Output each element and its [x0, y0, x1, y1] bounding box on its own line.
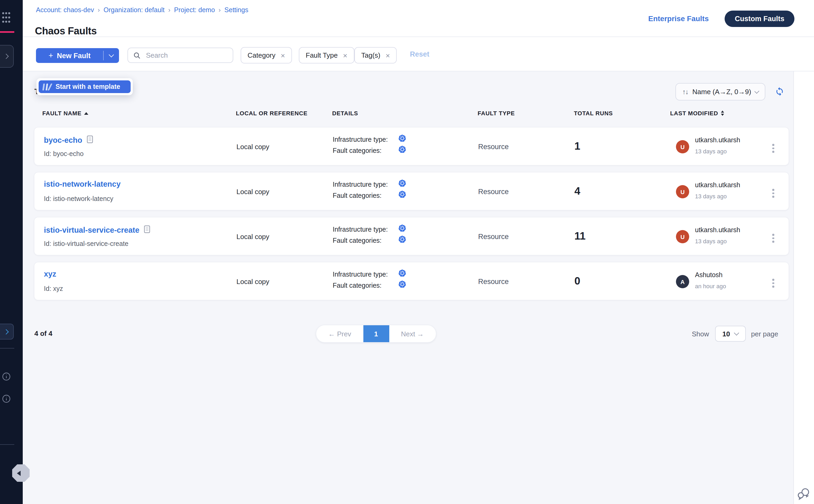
new-fault-button[interactable]: + New Fault [36, 48, 103, 63]
sort-both-icon [721, 111, 724, 116]
fault-id: Id: byoc-echo [44, 150, 84, 158]
copy-icon[interactable] [86, 135, 93, 145]
total-runs: 0 [574, 275, 580, 287]
modified-by: utkarsh.utkarsh [695, 136, 740, 144]
sidebar-expand-button[interactable] [0, 324, 14, 340]
fault-type: Resource [478, 278, 509, 286]
filter-chip-fault-type[interactable]: Fault Type × [299, 47, 354, 63]
fault-name-link[interactable]: xyz [44, 270, 56, 278]
app-grid-icon[interactable] [2, 11, 11, 24]
sidebar-module-expand-tile[interactable] [0, 45, 14, 68]
sidebar-divider [0, 348, 14, 349]
prev-page-button[interactable]: ← Prev [316, 325, 363, 342]
next-page-button[interactable]: Next → [389, 325, 436, 342]
info-icon[interactable] [2, 395, 11, 403]
local-or-reference: Local copy [236, 233, 269, 241]
breadcrumb-separator: › [168, 6, 170, 14]
fault-rows: byoc-echo Id: byoc-echo Local copy Infra… [34, 127, 789, 307]
kubernetes-icon [398, 145, 406, 155]
fault-name-link[interactable]: byoc-echo [44, 136, 82, 144]
fault-row: istio-virtual-service-create Id: istio-v… [34, 217, 789, 255]
breadcrumb-account-link[interactable]: Account: chaos-dev [36, 6, 94, 14]
current-page-button[interactable]: 1 [363, 325, 389, 342]
total-runs: 11 [574, 230, 586, 242]
sidebar-divider [0, 444, 14, 445]
refresh-icon [775, 87, 784, 96]
faults-list-area: Total: 4 ↑↓ Name (A→Z, 0→9) FAULT NAME L… [23, 71, 793, 504]
row-menu-button[interactable] [770, 278, 776, 288]
kubernetes-icon [398, 190, 406, 200]
page-size-select[interactable]: 10 [715, 326, 746, 342]
fault-details: Infrastructure type: [333, 269, 406, 291]
remove-filter-icon[interactable]: × [386, 52, 390, 59]
avatar: U [676, 140, 689, 153]
start-with-template-menu-item[interactable]: Start with a template [39, 80, 131, 93]
filter-chip-tags[interactable]: Tag(s) × [354, 47, 397, 63]
detail-infrastructure-label: Infrastructure type: [333, 271, 398, 278]
chevron-right-icon [3, 54, 9, 59]
modified-by: utkarsh.utkarsh [695, 181, 740, 189]
breadcrumb-separator: › [98, 6, 100, 14]
right-gutter [793, 71, 814, 504]
pagination-control: ← Prev 1 Next → [316, 325, 436, 343]
local-or-reference: Local copy [236, 143, 269, 151]
fault-row: xyz Id: xyz Local copy Infrastructure ty… [34, 262, 789, 300]
new-fault-dropdown-toggle[interactable] [104, 48, 119, 63]
avatar: U [676, 230, 689, 243]
show-label: Show [692, 330, 709, 338]
breadcrumb: Account: chaos-dev›Organization: default… [36, 6, 248, 14]
column-header-local-or-reference: LOCAL OR REFERENCE [236, 110, 308, 116]
fault-id: Id: xyz [44, 285, 63, 292]
faults-toolbar: + New Fault Start with a template Catego… [23, 37, 814, 71]
new-fault-menu: Start with a template [36, 78, 133, 95]
custom-faults-button[interactable]: Custom Faults [725, 11, 794, 27]
detail-categories-label: Fault categories: [333, 147, 398, 154]
support-chat-icon[interactable] [797, 487, 811, 504]
per-page-label: per page [751, 330, 778, 338]
kubernetes-icon [398, 134, 406, 144]
chevron-right-icon [3, 329, 9, 334]
breadcrumb-organization-link[interactable]: Organization: default [104, 6, 165, 14]
column-header-last-modified[interactable]: LAST MODIFIED [670, 110, 724, 116]
kubernetes-icon [398, 224, 406, 234]
reset-filters-button[interactable]: Reset [410, 50, 429, 58]
modified-time: 13 days ago [695, 148, 727, 154]
total-runs: 4 [574, 185, 580, 197]
column-header-fault-name[interactable]: FAULT NAME [42, 110, 88, 116]
results-count: 4 of 4 [34, 329, 52, 337]
sort-dropdown[interactable]: ↑↓ Name (A→Z, 0→9) [675, 83, 765, 100]
remove-filter-icon[interactable]: × [281, 52, 285, 59]
refresh-button[interactable] [775, 87, 784, 96]
app-window: Account: chaos-dev›Organization: default… [0, 0, 814, 504]
local-or-reference: Local copy [236, 188, 269, 196]
left-nav-sidebar [0, 0, 23, 504]
row-menu-button[interactable] [770, 143, 776, 154]
sidebar-collapse-handle[interactable] [12, 464, 30, 482]
plus-icon: + [48, 51, 53, 60]
kubernetes-icon [398, 280, 406, 290]
kubernetes-icon [398, 179, 406, 189]
chevron-down-icon [734, 330, 739, 336]
copy-icon[interactable] [144, 225, 150, 235]
page-header: Account: chaos-dev›Organization: default… [23, 0, 814, 37]
filter-chip-category[interactable]: Category × [241, 47, 292, 63]
fault-name-link[interactable]: istio-network-latency [44, 180, 121, 188]
fault-details: Infrastructure type: [333, 224, 406, 246]
sort-label: Name (A→Z, 0→9) [692, 88, 751, 96]
column-header-fault-type: FAULT TYPE [478, 110, 515, 116]
modified-time: an hour ago [695, 283, 726, 289]
search-input[interactable] [145, 51, 227, 60]
search-box [127, 48, 233, 63]
enterprise-faults-link[interactable]: Enterprise Faults [648, 14, 709, 23]
row-menu-button[interactable] [770, 188, 776, 199]
fault-name-link[interactable]: istio-virtual-service-create [44, 226, 139, 234]
modified-by: Ashutosh [695, 271, 722, 279]
detail-infrastructure-label: Infrastructure type: [333, 226, 398, 233]
fault-type: Resource [478, 143, 509, 151]
breadcrumb-settings-link[interactable]: Settings [225, 6, 248, 14]
breadcrumb-project-link[interactable]: Project: demo [174, 6, 215, 14]
remove-filter-icon[interactable]: × [343, 52, 347, 59]
row-menu-button[interactable] [770, 233, 776, 244]
fault-row: byoc-echo Id: byoc-echo Local copy Infra… [34, 127, 789, 166]
info-icon[interactable] [2, 372, 11, 381]
